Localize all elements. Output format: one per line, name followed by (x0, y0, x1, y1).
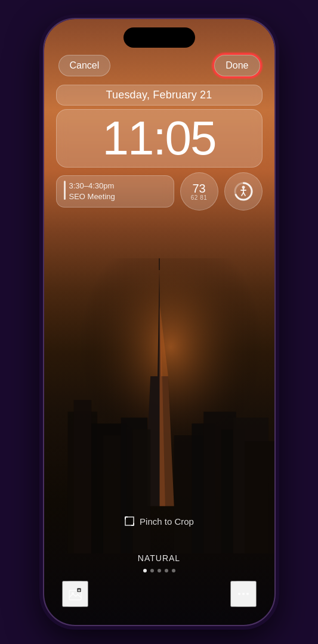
svg-point-35 (242, 593, 245, 595)
calendar-event-name: SEO Meeting (69, 191, 115, 202)
top-nav: Cancel Done (44, 55, 274, 76)
bottom-toolbar: NATURAL (44, 553, 274, 607)
dynamic-island (124, 27, 195, 48)
calendar-info: 3:30–4:30pm SEO Meeting (64, 181, 166, 202)
toolbar-icons (44, 581, 274, 607)
time-widget[interactable]: 11:05 (56, 109, 263, 168)
calendar-details: 3:30–4:30pm SEO Meeting (69, 181, 115, 202)
dot-2 (150, 569, 154, 572)
calendar-widget[interactable]: 3:30–4:30pm SEO Meeting (56, 175, 174, 208)
pinch-to-crop: Pinch to Crop (44, 516, 274, 527)
weather-temp: 73 (192, 182, 205, 194)
filter-label: NATURAL (44, 553, 274, 563)
svg-rect-24 (125, 517, 134, 525)
dot-5 (172, 569, 175, 572)
photos-icon (69, 587, 82, 600)
calendar-bar (64, 181, 66, 200)
date-widget[interactable]: Tuesday, February 21 (56, 85, 263, 106)
photos-button[interactable] (62, 581, 88, 607)
dot-4 (165, 569, 168, 572)
svg-rect-14 (245, 441, 274, 553)
dot-1 (143, 569, 147, 572)
more-icon-bg (231, 581, 255, 607)
widgets-row: 3:30–4:30pm SEO Meeting 73 62 81 (56, 172, 263, 210)
svg-point-36 (246, 593, 249, 595)
time-text: 11:05 (102, 112, 215, 165)
pagination-dots (44, 569, 274, 572)
date-text: Tuesday, February 21 (106, 89, 212, 101)
lock-screen: Tuesday, February 21 11:05 3:30–4:30pm S… (44, 85, 274, 210)
svg-rect-8 (132, 429, 150, 553)
done-button[interactable]: Done (214, 55, 260, 76)
svg-point-34 (238, 593, 240, 595)
city-skyline (44, 255, 274, 553)
more-icon (237, 587, 250, 600)
phone-frame: Cancel Done Tuesday, February 21 11:05 3… (43, 18, 276, 626)
weather-range: 62 81 (191, 194, 208, 201)
svg-rect-4 (73, 400, 91, 553)
more-button[interactable] (230, 581, 257, 607)
activity-ring-icon (233, 181, 254, 202)
calendar-event-time: 3:30–4:30pm (69, 181, 115, 191)
photos-icon-bg (63, 581, 87, 607)
cancel-button[interactable]: Cancel (58, 55, 111, 76)
dot-3 (158, 569, 161, 572)
weather-widget[interactable]: 73 62 81 (180, 172, 218, 210)
activity-widget[interactable] (224, 172, 263, 210)
svg-line-23 (243, 193, 245, 196)
crop-icon (124, 516, 135, 527)
pinch-to-crop-label: Pinch to Crop (140, 516, 194, 527)
